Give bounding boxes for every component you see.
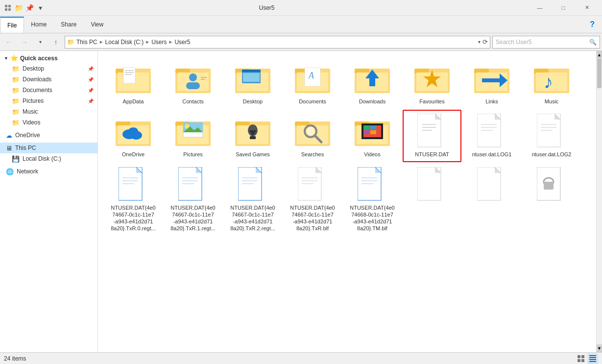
pictures-folder-icon: 📁 [12, 97, 20, 105]
folder-item-downloads[interactable]: Downloads [343, 57, 402, 109]
quick-access-header[interactable]: ▼ ⭐ Quick access [0, 53, 97, 63]
tab-file[interactable]: File [0, 17, 24, 33]
local-disk-path[interactable]: Local Disk (C:) [105, 39, 144, 46]
folder-item-favourites[interactable]: Favourites [403, 57, 461, 109]
file-item-log2[interactable]: ntuser.dat.LOG2 [522, 110, 581, 162]
file-item-txr0[interactable]: NTUSER.DAT{4e074667-0c1c-11e7-a943-e41d2… [104, 163, 163, 236]
sidebar-item-music[interactable]: 📁 Music [0, 106, 97, 117]
file-item-extra2[interactable] [462, 163, 521, 236]
txr0-label: NTUSER.DAT{4e074667-0c1c-11e7-a943-e41d2… [111, 204, 156, 232]
address-bar[interactable]: 📁 This PC ► Local Disk (C:) ► Users ► Us… [65, 36, 490, 49]
folder-item-music[interactable]: ♪ Music [522, 57, 581, 109]
network-section: 🌐 Network [0, 166, 97, 177]
folder-item-videos[interactable]: Videos [343, 110, 402, 162]
sidebar-item-pictures[interactable]: 📁 Pictures 📌 [0, 96, 97, 106]
content-area: AppData Conta [98, 51, 602, 352]
ribbon: File Home Share View ? [0, 16, 602, 33]
txrblf-icon [295, 167, 330, 202]
svg-rect-135 [544, 182, 554, 190]
txr2-icon [235, 167, 270, 202]
svg-rect-137 [581, 355, 584, 358]
search-placeholder: Search User5 [496, 39, 531, 46]
pictures-label: Pictures [183, 151, 203, 158]
maximize-button[interactable]: □ [552, 0, 575, 16]
svg-point-50 [128, 127, 138, 135]
this-pc-icon: 🖥 [6, 145, 12, 152]
svg-text:♪: ♪ [544, 72, 553, 92]
file-item-log1[interactable]: ntuser.dat.LOG1 [462, 110, 521, 162]
sidebar-item-network[interactable]: 🌐 Network [0, 166, 97, 177]
links-label: Links [485, 98, 498, 105]
sidebar-item-desktop[interactable]: 📁 Desktop 📌 [0, 63, 97, 74]
this-pc-path[interactable]: This PC [76, 39, 97, 46]
txr0-icon [116, 167, 151, 202]
details-view-button[interactable] [587, 353, 598, 364]
user5-path[interactable]: User5 [174, 39, 190, 46]
scroll-up[interactable]: ▲ [597, 51, 602, 59]
svg-rect-139 [581, 359, 584, 362]
favourites-label: Favourites [419, 98, 444, 105]
file-item-txr2[interactable]: NTUSER.DAT{4e074667-0c1c-11e7-a943-e41d2… [223, 163, 282, 236]
file-item-extra3[interactable] [522, 163, 581, 236]
file-item-txrblf[interactable]: NTUSER.DAT{4e074667-0c1c-11e7-a943-e41d2… [283, 163, 342, 236]
log1-icon [474, 114, 509, 149]
file-item-tmblf[interactable]: NTUSER.DAT{4e074668-0c1c-11e7-a943-e41d2… [343, 163, 402, 236]
search-icon[interactable]: 🔍 [589, 39, 597, 46]
sidebar-item-videos[interactable]: 📁 Videos [0, 117, 97, 128]
forward-button[interactable]: → [18, 35, 31, 49]
folder-item-appdata[interactable]: AppData [104, 57, 163, 109]
documents-label: Documents [299, 98, 326, 105]
minimize-button[interactable]: — [529, 0, 551, 16]
log1-label: ntuser.dat.LOG1 [472, 151, 512, 158]
folder-item-links[interactable]: Links [462, 57, 521, 109]
onedrive-label: OneDrive [122, 151, 144, 158]
folder-item-saved-games[interactable]: Saved Games [223, 110, 282, 162]
scroll-thumb[interactable] [597, 59, 602, 88]
sidebar-item-downloads[interactable]: 📁 Downloads 📌 [0, 74, 97, 85]
sidebar-item-onedrive[interactable]: ☁ OneDrive [0, 130, 97, 141]
close-button[interactable]: ✕ [576, 0, 598, 16]
scroll-down[interactable]: ▼ [597, 344, 602, 352]
large-icons-view-button[interactable] [576, 353, 586, 364]
svg-rect-7 [123, 68, 135, 83]
extra2-icon [474, 167, 509, 202]
address-dropdown-icon[interactable]: ▾ [478, 39, 481, 45]
videos-label: Videos [364, 151, 380, 158]
quick-access-label: Quick access [20, 55, 58, 62]
scrollbar[interactable]: ▲ ▼ [596, 51, 602, 352]
title-bar-controls: — □ ✕ [529, 0, 598, 16]
sidebar: ▼ ⭐ Quick access 📁 Desktop 📌 📁 Downloads… [0, 51, 98, 352]
file-item-extra1[interactable] [403, 163, 461, 236]
folder-item-onedrive[interactable]: OneDrive [104, 110, 163, 162]
view-toggle [576, 353, 598, 364]
sep2: ► [145, 39, 150, 45]
address-refresh-icon[interactable]: ⟳ [482, 38, 488, 46]
tab-home[interactable]: Home [24, 16, 54, 33]
folder-item-pictures[interactable]: Pictures [164, 110, 222, 162]
sidebar-item-documents[interactable]: 📁 Documents 📌 [0, 85, 97, 96]
search-bar[interactable]: Search User5 🔍 [492, 36, 600, 49]
svg-rect-15 [186, 82, 200, 89]
sep1: ► [99, 39, 104, 45]
up-button[interactable]: ↑ [49, 35, 63, 49]
tab-view[interactable]: View [84, 16, 111, 33]
folder-item-desktop[interactable]: Desktop [223, 57, 282, 109]
main-layout: ▼ ⭐ Quick access 📁 Desktop 📌 📁 Downloads… [0, 51, 602, 352]
users-path[interactable]: Users [151, 39, 167, 46]
recent-locations-button[interactable]: ▾ [33, 35, 47, 49]
folder-item-contacts[interactable]: Contacts [164, 57, 222, 109]
tab-share[interactable]: Share [54, 16, 84, 33]
folder-item-documents[interactable]: A Documents [283, 57, 342, 109]
svg-text:A: A [308, 71, 314, 80]
title-bar: 📁 📌 ▾ User5 — □ ✕ [0, 0, 602, 16]
sidebar-item-this-pc[interactable]: 🖥 This PC [0, 143, 97, 153]
file-item-txr1[interactable]: NTUSER.DAT{4e074667-0c1c-11e7-a943-e41d2… [164, 163, 222, 236]
network-icon: 🌐 [6, 168, 14, 175]
folder-item-searches[interactable]: Searches [283, 110, 342, 162]
onedrive-section: ☁ OneDrive [0, 130, 97, 141]
help-button[interactable]: ? [583, 16, 602, 33]
svg-rect-138 [578, 359, 580, 362]
file-item-ntuser-dat[interactable]: NTUSER.DAT [403, 110, 461, 162]
sidebar-item-local-disk[interactable]: 💾 Local Disk (C:) [0, 153, 97, 164]
back-button[interactable]: ← [2, 35, 16, 49]
